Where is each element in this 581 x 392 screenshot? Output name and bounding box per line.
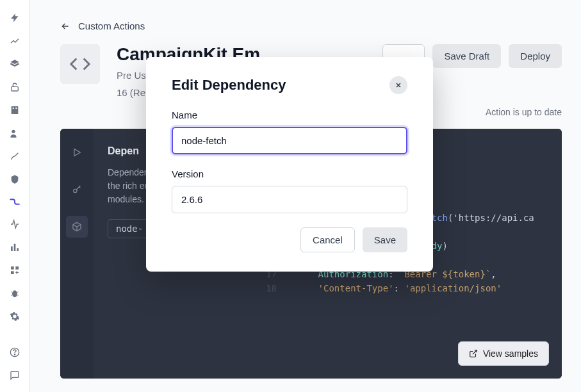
name-label: Name: [172, 110, 407, 120]
edit-dependency-modal: Edit Dependency Name Version Cancel Save: [146, 57, 433, 272]
close-icon: [395, 81, 402, 89]
version-input[interactable]: [172, 186, 407, 213]
cancel-button[interactable]: Cancel: [300, 227, 355, 252]
modal-title: Edit Dependency: [172, 77, 286, 94]
close-button[interactable]: [389, 76, 407, 94]
name-input[interactable]: [172, 127, 407, 154]
version-label: Version: [172, 168, 407, 179]
save-button[interactable]: Save: [363, 227, 407, 252]
